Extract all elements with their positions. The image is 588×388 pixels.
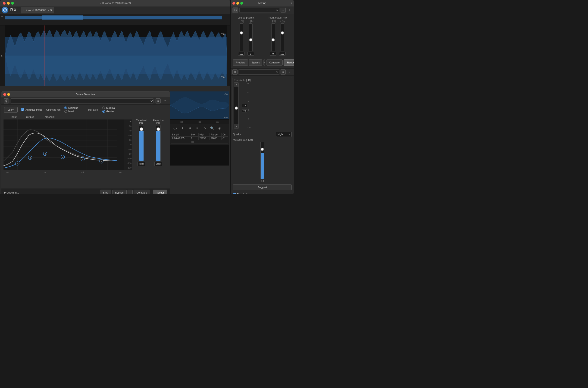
menu-icon[interactable]: ≡ xyxy=(156,98,161,103)
main-waveform[interactable]: L -7.8 -7.8 xyxy=(0,25,230,86)
left-l-label: L [%] xyxy=(239,20,244,23)
surgical-radio[interactable] xyxy=(102,106,105,109)
mix-headphone-icon[interactable] xyxy=(233,7,238,13)
suggest-button[interactable]: Suggest xyxy=(233,184,292,190)
right-waveform-panel: -7.8 -7.8 |40 |45 sec ◯ ✦ ✻ ≡ ∿ 🔍 ◉ Leng… xyxy=(170,92,229,166)
mixing-maximize-button[interactable] xyxy=(240,2,243,5)
tool-separator xyxy=(225,128,226,128)
reduction-slider-thumb[interactable] xyxy=(157,127,160,131)
output-legend-label: Output xyxy=(26,116,34,118)
mixing-help-2[interactable]: ? xyxy=(287,70,292,74)
reduction-slider-track[interactable] xyxy=(156,125,161,161)
vdn-minimize-button[interactable] xyxy=(7,93,10,96)
mixing-close-button[interactable] xyxy=(233,2,235,5)
threshold-minus-btn[interactable]: − xyxy=(234,124,238,128)
eq-chart[interactable]: 1 2 3 4 5 6 xyxy=(3,119,124,170)
left-r-thumb[interactable] xyxy=(249,38,252,41)
mixing-menu-icon[interactable]: ≡ xyxy=(281,8,286,13)
right-l-thumb[interactable] xyxy=(272,38,275,41)
mixing-help-icon[interactable]: ? xyxy=(290,2,292,5)
bypass-button[interactable]: Bypass xyxy=(112,190,127,194)
db-minus30: -30 xyxy=(124,125,132,127)
knob-icon[interactable]: ◉ xyxy=(216,125,222,131)
gentle-radio[interactable] xyxy=(102,110,105,113)
mixing-compare-button[interactable]: Compare xyxy=(266,59,283,66)
mixing-preview-button[interactable]: Preview xyxy=(233,59,248,66)
mixing-render-button[interactable]: Render xyxy=(283,59,294,66)
separator-1 xyxy=(231,68,294,68)
stop-button[interactable]: Stop xyxy=(100,190,111,194)
maximize-button[interactable] xyxy=(11,2,14,5)
music-option[interactable]: Music xyxy=(64,110,78,113)
surgical-option[interactable]: Surgical xyxy=(102,106,116,109)
reduction-value: 20.0 xyxy=(154,162,162,166)
star-tool-icon[interactable]: ✻ xyxy=(187,125,193,131)
quality-select[interactable]: High Medium Low xyxy=(276,132,292,137)
right-l-track[interactable] xyxy=(271,23,275,51)
header-high: High xyxy=(198,133,210,137)
threshold-thumb[interactable] xyxy=(235,106,238,110)
gentle-option[interactable]: Gentle xyxy=(102,110,116,113)
mixing-pause-icon[interactable]: ⏸ xyxy=(233,70,237,74)
threshold-val-2: -7.8 xyxy=(242,110,247,113)
zoom-icon[interactable]: 🔍 xyxy=(209,125,215,131)
val-range: 22050 xyxy=(210,137,222,140)
svg-text:1: 1 xyxy=(17,163,18,165)
right-r-thumb[interactable] xyxy=(281,31,284,34)
unit-hz: Hz xyxy=(190,140,228,144)
post-limiter-checkbox[interactable] xyxy=(233,193,236,194)
makeup-gain-track[interactable] xyxy=(260,142,264,179)
mixing-toolbar-1: ≡ ? xyxy=(231,6,294,14)
svg-rect-38 xyxy=(236,10,236,11)
nav-waveform[interactable]: ≪ xyxy=(0,14,230,25)
left-l-track[interactable] xyxy=(240,23,243,51)
db-minus40: -40 xyxy=(124,130,132,132)
mixing-help-icon-2[interactable]: ? xyxy=(287,8,292,13)
left-l-thumb[interactable] xyxy=(240,31,243,34)
close-button[interactable] xyxy=(3,2,5,5)
mixing-preset-dropdown-2[interactable] xyxy=(239,70,279,74)
threshold-slider-track[interactable] xyxy=(139,125,144,161)
mixing-minimize-button[interactable] xyxy=(236,2,239,5)
threshold-main-track[interactable]: + − -7.8 -7.8 xyxy=(234,82,239,129)
wave-tool-icon[interactable]: ∿ xyxy=(202,125,208,131)
vdn-bottom-bar: Previewing... Stop Bypass + Compare Rend… xyxy=(1,188,170,194)
mixing-preset-dropdown[interactable] xyxy=(239,8,279,13)
makeup-gain-thumb[interactable] xyxy=(261,148,264,151)
collapse-icon[interactable]: ≪ xyxy=(1,15,3,18)
rx-title-bar: ♪ K vocal 20210988.mp3 xyxy=(0,0,230,6)
dialogue-option[interactable]: Dialogue xyxy=(64,106,78,109)
mixing-bypass-button[interactable]: Bypass xyxy=(249,59,262,66)
threshold-slider-thumb[interactable] xyxy=(140,127,143,131)
lines-tool-icon[interactable]: ≡ xyxy=(194,125,200,131)
mixing-menu-icon-2[interactable]: ≡ xyxy=(281,70,286,74)
learn-button[interactable]: Learn xyxy=(4,107,18,113)
vdn-close-button[interactable] xyxy=(3,93,6,96)
plus-button[interactable]: + xyxy=(128,190,133,194)
info-table: Length Low High Range Cu 0:00:49.085 0 2… xyxy=(170,132,229,145)
filter-options: Surgical Gentle xyxy=(102,106,116,113)
file-tab[interactable]: × K vocal 20210988.mp3 xyxy=(21,7,54,13)
right-r-label: R [%] xyxy=(280,20,285,23)
preset-dropdown[interactable] xyxy=(11,98,154,103)
right-r-track[interactable] xyxy=(281,23,284,51)
render-button[interactable]: Render xyxy=(153,190,167,194)
wand-tool-icon[interactable]: ✦ xyxy=(179,125,186,131)
time-40: |40 xyxy=(180,121,183,123)
dialogue-label: Dialogue xyxy=(68,106,78,109)
tab-close-icon[interactable]: × xyxy=(23,9,24,11)
music-radio[interactable] xyxy=(64,110,67,113)
mixing-plus-button[interactable]: + xyxy=(263,59,265,66)
compare-button[interactable]: Compare xyxy=(134,190,150,194)
threshold-plus-btn[interactable]: + xyxy=(234,83,238,87)
dialogue-radio[interactable] xyxy=(64,106,67,109)
quality-select-wrapper: High Medium Low xyxy=(276,132,292,137)
vdn-settings-icon[interactable] xyxy=(4,98,9,103)
left-r-track[interactable] xyxy=(249,23,253,51)
db-minus70: -70 xyxy=(124,144,132,146)
minimize-button[interactable] xyxy=(7,2,10,5)
adaptive-mode-checkbox[interactable] xyxy=(21,108,24,111)
help-icon[interactable]: ? xyxy=(163,98,168,103)
db-minus80: -80 xyxy=(124,148,132,150)
lasso-tool-icon[interactable]: ◯ xyxy=(172,125,178,131)
